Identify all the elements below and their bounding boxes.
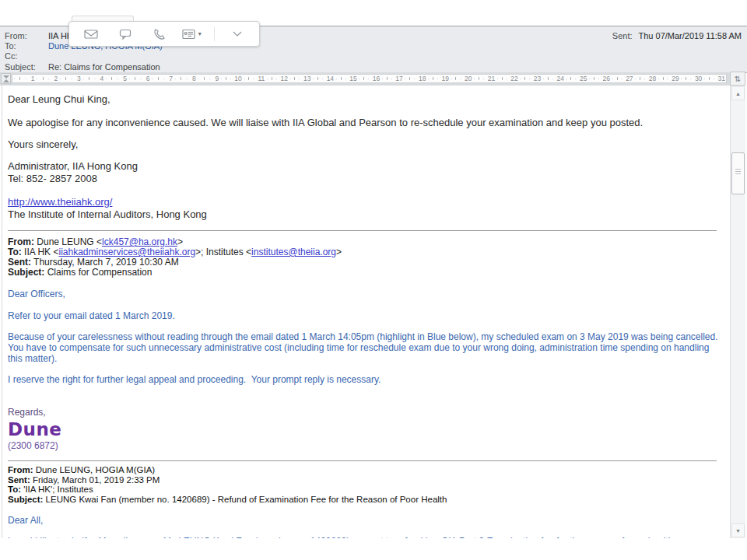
body-greeting: Dear Leung Chui King, bbox=[8, 86, 724, 106]
ruler-unit: ··24 bbox=[542, 75, 565, 82]
ruler-unit: ··21 bbox=[473, 75, 496, 82]
ruler-unit: ··12 bbox=[265, 75, 289, 82]
quoted2-greeting: Dear All, bbox=[8, 515, 724, 526]
recipient-email-link[interactable]: iiahkadminservices@theiiahk.org bbox=[58, 247, 195, 257]
quoted2-sent-line: Sent: Friday, March 01, 2019 2:33 PM bbox=[8, 475, 724, 485]
contact-card-dropdown-caret[interactable]: ▼ bbox=[197, 31, 202, 37]
ruler-unit: ··5 bbox=[104, 75, 128, 82]
ruler-unit: ··2 bbox=[36, 75, 59, 82]
scroll-up-button[interactable]: ▲ bbox=[731, 86, 745, 100]
ruler-unit: ··11 bbox=[243, 75, 266, 82]
from-label: From: bbox=[5, 31, 27, 40]
quoted-separator-2 bbox=[8, 460, 717, 461]
ruler-unit: ··15 bbox=[335, 75, 358, 82]
quoted2-paragraph-1: I would like to clarify. My colleagues, … bbox=[8, 536, 724, 538]
ruler-unit: ··30 bbox=[680, 75, 703, 82]
subject-value: Re: Claims for Compensation bbox=[48, 62, 160, 72]
quoted1-regards: Regards, bbox=[8, 407, 724, 418]
body-paragraph: We apologise for any inconvenience cause… bbox=[8, 117, 724, 129]
quoted-header-1: From: Dune LEUNG <lck457@ha.org.hk> To: … bbox=[8, 237, 724, 278]
sent-label: Sent: bbox=[612, 31, 633, 40]
hanging-indent-marker[interactable] bbox=[3, 79, 9, 82]
tab-stop-selector[interactable] bbox=[1, 73, 11, 84]
message-body: Dear Leung Chui King, We apologise for a… bbox=[0, 86, 730, 538]
ruler-unit: ··6 bbox=[128, 75, 151, 82]
ruler-unit: ··31 bbox=[703, 75, 726, 82]
ruler-unit: ··1 bbox=[12, 75, 36, 82]
scrollbar-thumb[interactable] bbox=[731, 152, 745, 194]
expand-chevron-icon[interactable] bbox=[226, 26, 249, 43]
document-left-edge bbox=[2, 86, 2, 538]
ruler-unit: ··22 bbox=[496, 75, 519, 82]
scroll-down-button[interactable]: ▼ bbox=[731, 523, 745, 537]
body-closing: Yours sincerely, bbox=[8, 138, 724, 151]
quoted1-paragraph-3: I reserve the right for further legal ap… bbox=[8, 374, 724, 385]
ruler-scale: ··1··2··3··4··5··6··7··8··9··10··11··12·… bbox=[12, 74, 727, 83]
view-ruler-toggle-button[interactable]: ⇅ bbox=[730, 72, 745, 86]
sender-email-link[interactable]: lck457@ha.org.hk bbox=[102, 236, 177, 247]
quoted1-signature-name: Dune bbox=[8, 420, 724, 439]
sent-field: Sent:Thu 07/Mar/2019 11:58 AM bbox=[612, 31, 742, 40]
sent-value: Thu 07/Mar/2019 11:58 AM bbox=[639, 31, 742, 40]
quoted-separator bbox=[8, 230, 717, 231]
quoted1-greeting: Dear Officers, bbox=[8, 289, 724, 299]
ruler-unit: ··23 bbox=[519, 75, 542, 82]
signature-line: Administrator, IIA Hong Kong bbox=[8, 160, 724, 173]
scrollbar-grip bbox=[735, 171, 741, 172]
vertical-scrollbar[interactable]: ▲ ▼ bbox=[730, 86, 745, 538]
signature-phone: Tel: 852- 2857 2008 bbox=[8, 173, 724, 185]
organization-name: The Institute of Internal Auditors, Hong… bbox=[8, 208, 724, 221]
ruler-unit: ··19 bbox=[426, 75, 450, 82]
send-email-icon[interactable] bbox=[79, 26, 103, 43]
phone-call-icon[interactable] bbox=[147, 26, 170, 43]
subject-label: Subject: bbox=[5, 62, 36, 72]
ruler-unit: ··28 bbox=[634, 75, 658, 82]
quoted2-from-line: From: Dune LEUNG, HOGIA M(GIA) bbox=[8, 465, 724, 475]
quoted1-paragraph-1: Refer to your email dated 1 March 2019. bbox=[8, 310, 724, 321]
contact-card-icon[interactable]: ▼ bbox=[181, 26, 204, 43]
ruler-unit: ··20 bbox=[450, 75, 473, 82]
ruler-unit: ··18 bbox=[404, 75, 427, 82]
ruler-unit: ··13 bbox=[289, 75, 312, 82]
recipient-email-link-2[interactable]: institutes@theiia.org bbox=[251, 247, 336, 257]
ruler-unit: ··27 bbox=[611, 75, 634, 82]
ruler-unit: ··14 bbox=[312, 75, 335, 82]
quoted1-signature-phone: (2300 6872) bbox=[8, 440, 724, 451]
to-label: To: bbox=[5, 41, 16, 51]
ruler-unit: ··29 bbox=[657, 75, 680, 82]
ruler-unit: ··26 bbox=[587, 75, 611, 82]
ruler-unit: ··25 bbox=[565, 75, 588, 82]
contact-mini-toolbar: ▼ bbox=[68, 21, 260, 47]
ruler-unit: ··7 bbox=[150, 75, 174, 82]
cc-label: Cc: bbox=[5, 51, 18, 61]
quoted1-paragraph-2: Because of your carelessness without rea… bbox=[8, 331, 724, 364]
quoted-header-2: From: Dune LEUNG, HOGIA M(GIA) Sent: Fri… bbox=[8, 465, 724, 504]
quoted1-subject-line: Subject: Claims for Compensation bbox=[8, 268, 724, 278]
ruler-unit: ··16 bbox=[358, 75, 381, 82]
email-reading-pane: From: IIA HK To: Dune LEUNG, HOGIA M(GIA… bbox=[0, 0, 747, 560]
first-line-indent-marker[interactable] bbox=[3, 75, 9, 79]
instant-message-icon[interactable] bbox=[114, 26, 137, 43]
quoted2-to-line: To: 'IIA HK'; Institutes bbox=[8, 485, 724, 495]
toolbar-divider bbox=[214, 27, 215, 41]
ruler-unit: ··8 bbox=[174, 75, 197, 82]
quoted2-subject-line: Subject: LEUNG Kwai Fan (member no. 1420… bbox=[8, 495, 724, 505]
ruler-unit: ··9 bbox=[197, 75, 220, 82]
ruler-unit: ··10 bbox=[219, 75, 243, 82]
ruler-unit: ··17 bbox=[381, 75, 404, 82]
ruler-unit: ··3 bbox=[58, 75, 82, 82]
ruler-unit: ··4 bbox=[82, 75, 105, 82]
horizontal-ruler: ··1··2··3··4··5··6··7··8··9··10··11··12·… bbox=[0, 72, 730, 86]
website-link[interactable]: http://www.theiiahk.org/ bbox=[8, 196, 112, 208]
